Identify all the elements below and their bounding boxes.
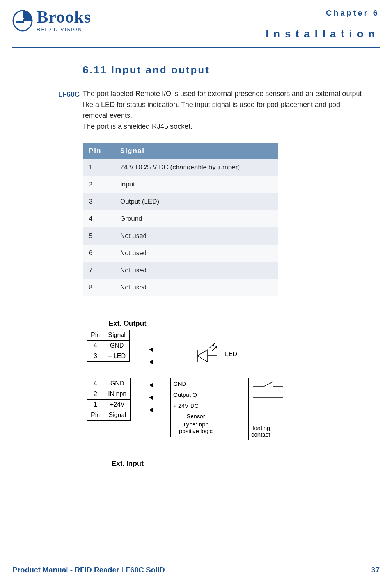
sensor-outq: Output Q — [171, 389, 221, 400]
contact-symbol-icon — [249, 378, 287, 402]
ext-output-title: Ext. Output — [98, 320, 157, 328]
wire-dotted — [221, 398, 248, 398]
cell-signal: 24 V DC/5 V DC (changeable by jumper) — [114, 159, 278, 176]
wire-line — [152, 398, 171, 398]
cell-signal: GND — [104, 340, 130, 351]
table-row: 124 V DC/5 V DC (changeable by jumper) — [83, 159, 278, 176]
paragraph-2: The port is a shielded RJ45 socket. — [83, 121, 364, 132]
table-header-row: Pin Signal — [83, 143, 278, 159]
th-pin: Pin — [87, 330, 104, 340]
cell-pin: 6 — [83, 245, 114, 262]
ext-input-table: 4GND 2IN npn 1+24V PinSignal — [87, 378, 131, 421]
cell-pin: 2 — [83, 176, 114, 193]
header-rule-thin — [12, 47, 380, 48]
table-row: 8Not used — [83, 279, 278, 296]
table-row: 3Output (LED) — [83, 193, 278, 210]
th-pin: Pin — [87, 410, 104, 420]
page-header: Brooks RFID DIVISION Chapter 6 Installat… — [12, 9, 380, 40]
wire-line — [152, 410, 171, 410]
cell-signal: Not used — [114, 245, 278, 262]
cell-pin: 3 — [87, 351, 104, 361]
th-pin: Pin — [83, 143, 114, 159]
cell-signal: GND — [104, 378, 131, 389]
cell-pin: 1 — [87, 399, 104, 410]
wire-line — [152, 385, 171, 385]
brand-text: Brooks RFID DIVISION — [37, 9, 91, 32]
th-signal: Signal — [104, 330, 130, 340]
table-row: 2Input — [83, 176, 278, 193]
cell-signal: + LED — [104, 351, 130, 361]
margin-label-lf60c: LF60C — [48, 91, 80, 99]
sensor-gnd: GND — [171, 378, 221, 389]
sensor-title: Sensor — [171, 411, 221, 421]
brand-logo: Brooks RFID DIVISION — [12, 9, 91, 32]
cell-signal: Not used — [114, 262, 278, 279]
svg-marker-6 — [212, 343, 215, 346]
svg-rect-1 — [16, 21, 24, 23]
floating-contact-box: floating contact — [248, 378, 287, 440]
page-footer: Product Manual - RFID Reader LF60C SoliD… — [12, 566, 380, 574]
cell-pin: 1 — [83, 159, 114, 176]
table-row: 5Not used — [83, 227, 278, 245]
sensor-logic: positive logic — [171, 428, 221, 437]
table-row: 4Ground — [83, 210, 278, 227]
cell-pin: 7 — [83, 262, 114, 279]
cell-signal: Output (LED) — [114, 193, 278, 210]
chapter-label: Chapter 6 — [266, 9, 380, 18]
table-row: 6Not used — [83, 245, 278, 262]
cell-pin: 4 — [83, 210, 114, 227]
brand-division: RFID DIVISION — [37, 27, 91, 32]
svg-rect-0 — [16, 18, 24, 19]
wiring-diagram: Ext. Output PinSignal 4GND 3+ LED 4GND 2… — [83, 320, 301, 468]
pin-signal-table: Pin Signal 124 V DC/5 V DC (changeable b… — [83, 143, 278, 296]
wire-dotted — [221, 385, 248, 385]
header-rule-thick — [12, 46, 380, 46]
section-heading: 6.11 Input and output — [83, 64, 364, 76]
cell-signal: Not used — [114, 227, 278, 245]
th-signal: Signal — [104, 410, 131, 420]
svg-marker-3 — [198, 350, 208, 362]
page-content: 6.11 Input and output LF60C The port lab… — [12, 64, 380, 468]
wire-line — [152, 350, 197, 350]
cell-signal: Input — [114, 176, 278, 193]
brooks-logo-icon — [12, 10, 33, 32]
paragraph-1: The port labeled Remote I/O is used for … — [83, 89, 364, 121]
footer-manual-title: Product Manual - RFID Reader LF60C SoliD — [12, 566, 165, 574]
cell-pin: 3 — [83, 193, 114, 210]
led-label: LED — [225, 351, 237, 358]
svg-marker-8 — [215, 346, 217, 349]
chapter-title: Installation — [266, 28, 380, 40]
ext-output-table: PinSignal 4GND 3+ LED — [87, 330, 130, 362]
sensor-box: GND Output Q + 24V DC Sensor Type: npn p… — [170, 378, 221, 437]
svg-line-10 — [264, 382, 273, 386]
cell-pin: 8 — [83, 279, 114, 296]
table-row: 7Not used — [83, 262, 278, 279]
ext-input-title: Ext. Input — [98, 460, 157, 468]
cell-signal: IN npn — [104, 389, 131, 399]
th-signal: Signal — [114, 143, 278, 159]
floating-contact-label: floating contact — [249, 422, 287, 440]
brand-name: Brooks — [37, 9, 91, 26]
cell-pin: 5 — [83, 227, 114, 245]
cell-pin: 2 — [87, 389, 104, 399]
footer-page-number: 37 — [371, 566, 380, 574]
sensor-24v: + 24V DC — [171, 400, 221, 411]
cell-pin: 4 — [87, 378, 104, 389]
cell-pin: 4 — [87, 340, 104, 351]
sensor-type: Type: npn — [171, 421, 221, 428]
cell-signal: +24V — [104, 399, 131, 410]
led-symbol-icon — [196, 341, 223, 368]
chapter-block: Chapter 6 Installation — [266, 9, 380, 40]
wire-line — [152, 362, 197, 362]
cell-signal: Ground — [114, 210, 278, 227]
cell-signal: Not used — [114, 279, 278, 296]
